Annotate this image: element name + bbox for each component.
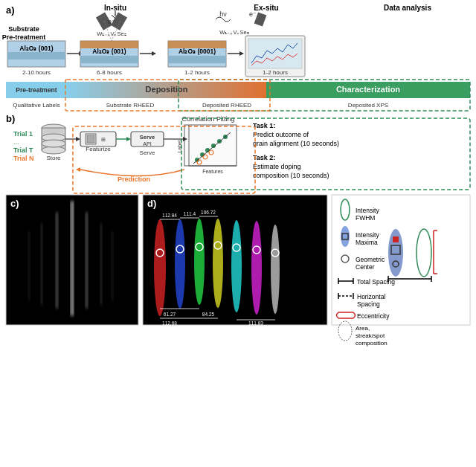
figure-svg: a) In-situ Ex-situ Data analysis Substra… [0, 0, 476, 467]
svg-text:Center: Center [356, 263, 375, 271]
svg-text:112.68: 112.68 [162, 321, 177, 326]
svg-text:84.25: 84.25 [202, 312, 215, 317]
svg-text:Eccentricity: Eccentricity [357, 312, 390, 320]
svg-text:Prediction: Prediction [118, 175, 150, 183]
svg-rect-99 [28, 231, 30, 301]
svg-text:Pre-treatment: Pre-treatment [16, 86, 57, 94]
svg-text:Area,: Area, [356, 325, 370, 332]
characterization-label: Characterization [336, 85, 400, 94]
data-analysis-label: Data analysis [384, 4, 431, 12]
task1-title: Task 1: [253, 122, 275, 129]
task1-line2: grain alignment (10 seconds) [253, 140, 339, 147]
svg-text:Intensity: Intensity [356, 231, 379, 239]
svg-point-103 [175, 219, 185, 309]
section-d-label: d) [147, 198, 156, 209]
legend-fwhm: Intensity [356, 207, 379, 214]
svg-text:Deposited XPS: Deposited XPS [348, 102, 388, 109]
svg-rect-36 [248, 39, 302, 68]
svg-text:111.83: 111.83 [248, 321, 263, 326]
section-b-label: b) [6, 113, 15, 124]
svg-text:Trial 1: Trial 1 [13, 130, 33, 138]
exsitu-label: Ex-situ [254, 4, 278, 12]
svg-text:Spacing: Spacing [357, 300, 380, 308]
svg-text:FWHM: FWHM [356, 214, 375, 222]
svg-text:Horizontal: Horizontal [357, 293, 385, 300]
svg-rect-7 [7, 52, 65, 59]
svg-text:composition: composition [356, 340, 387, 347]
svg-rect-159 [393, 236, 399, 242]
svg-text:1-2 hours: 1-2 hours [184, 69, 210, 76]
svg-point-105 [213, 219, 223, 308]
svg-text:Trial T: Trial T [13, 146, 33, 154]
svg-point-156 [388, 229, 403, 277]
svg-rect-97 [41, 223, 42, 305]
svg-text:API: API [143, 141, 151, 146]
svg-text:111.4: 111.4 [184, 211, 196, 216]
task1-line1: Predict outcome of [253, 131, 309, 138]
svg-text:W₁₋ₓVₓSe₂: W₁₋ₓVₓSe₂ [97, 30, 126, 37]
svg-rect-98 [100, 223, 102, 305]
task2-line1: Estimate doping [253, 163, 301, 170]
svg-text:6-8 hours: 6-8 hours [97, 69, 122, 76]
svg-rect-100 [112, 231, 113, 301]
main-container: a) In-situ Ex-situ Data analysis Substra… [0, 0, 476, 467]
svg-text:Substrate RHEED: Substrate RHEED [106, 102, 155, 109]
deposition-label: Deposition [146, 85, 188, 94]
svg-text:e⁻: e⁻ [249, 10, 257, 18]
svg-text:Al₂O₃ (0001): Al₂O₃ (0001) [178, 48, 216, 55]
svg-rect-62 [87, 135, 94, 143]
svg-point-106 [231, 220, 242, 312]
svg-text:Correlation Fitting: Correlation Fitting [181, 115, 234, 123]
svg-text:Geometric: Geometric [356, 256, 385, 263]
svg-rect-96 [86, 212, 88, 309]
svg-text:Maxima: Maxima [356, 239, 378, 246]
svg-text:112.84: 112.84 [162, 213, 177, 218]
svg-text:...: ... [13, 138, 19, 146]
svg-text:streak/spot: streak/spot [356, 332, 385, 339]
svg-rect-31 [168, 56, 226, 63]
svg-text:e⁻: e⁻ [108, 18, 115, 25]
task2-line2: composition (10 seconds) [253, 172, 329, 179]
svg-point-107 [251, 221, 262, 315]
svg-point-104 [194, 219, 205, 305]
svg-text:Pre-treatment: Pre-treatment [2, 33, 46, 41]
svg-text:Serve: Serve [140, 134, 155, 141]
svg-text:Featurize: Featurize [86, 146, 111, 152]
task2-title: Task 2: [253, 154, 275, 161]
svg-text:Al₂O₃ (001): Al₂O₃ (001) [92, 48, 126, 55]
svg-text:hν: hν [219, 10, 227, 18]
svg-text:Features: Features [202, 169, 223, 174]
svg-point-108 [271, 225, 280, 314]
svg-text:W₁₋ₓVₓSe₂: W₁₋ₓVₓSe₂ [219, 29, 248, 36]
svg-text:Trial N: Trial N [13, 155, 34, 162]
svg-rect-94 [71, 201, 74, 316]
svg-point-102 [154, 219, 166, 316]
svg-text:Store: Store [46, 155, 61, 161]
svg-text:Qualitative Labels: Qualitative Labels [13, 102, 60, 109]
svg-text:Al₂O₃ (001): Al₂O₃ (001) [19, 45, 53, 52]
svg-text:Serve: Serve [140, 149, 155, 156]
svg-rect-20 [80, 56, 138, 63]
svg-text:Deposited RHEED: Deposited RHEED [202, 102, 251, 109]
svg-text:2-10 hours: 2-10 hours [22, 69, 51, 76]
svg-rect-95 [56, 212, 58, 309]
svg-text:61.27: 61.27 [164, 312, 176, 317]
svg-text:106.72: 106.72 [201, 210, 216, 215]
svg-rect-72 [184, 125, 237, 166]
svg-point-56 [42, 140, 65, 147]
section-c-label: c) [10, 198, 19, 209]
section-a-label: a) [6, 4, 15, 16]
svg-text:1-2 hours: 1-2 hours [263, 69, 288, 76]
insitu-label: In-situ [104, 4, 126, 12]
svg-text:⊞: ⊞ [101, 137, 106, 142]
substrate-pretreatment-label: Substrate [8, 25, 39, 33]
